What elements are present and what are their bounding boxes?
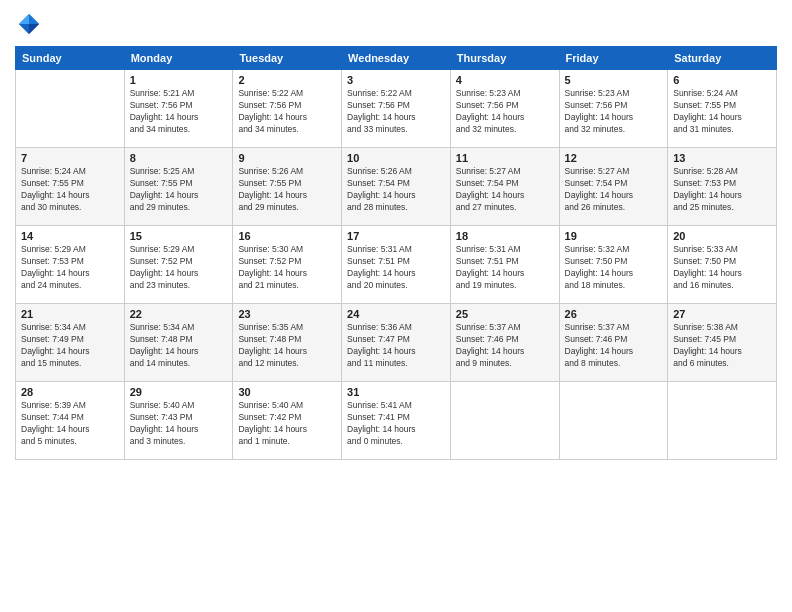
day-number: 24 [347, 308, 445, 320]
day-number: 30 [238, 386, 336, 398]
day-number: 13 [673, 152, 771, 164]
day-info: Sunrise: 5:39 AM Sunset: 7:44 PM Dayligh… [21, 400, 119, 448]
day-number: 21 [21, 308, 119, 320]
calendar-cell: 11Sunrise: 5:27 AM Sunset: 7:54 PM Dayli… [450, 148, 559, 226]
calendar-cell [16, 70, 125, 148]
calendar: SundayMondayTuesdayWednesdayThursdayFrid… [15, 46, 777, 460]
calendar-header-tuesday: Tuesday [233, 47, 342, 70]
day-info: Sunrise: 5:30 AM Sunset: 7:52 PM Dayligh… [238, 244, 336, 292]
day-info: Sunrise: 5:29 AM Sunset: 7:53 PM Dayligh… [21, 244, 119, 292]
calendar-cell: 17Sunrise: 5:31 AM Sunset: 7:51 PM Dayli… [342, 226, 451, 304]
calendar-week-4: 21Sunrise: 5:34 AM Sunset: 7:49 PM Dayli… [16, 304, 777, 382]
day-number: 14 [21, 230, 119, 242]
calendar-week-5: 28Sunrise: 5:39 AM Sunset: 7:44 PM Dayli… [16, 382, 777, 460]
day-number: 15 [130, 230, 228, 242]
day-number: 7 [21, 152, 119, 164]
calendar-cell: 7Sunrise: 5:24 AM Sunset: 7:55 PM Daylig… [16, 148, 125, 226]
day-number: 23 [238, 308, 336, 320]
day-info: Sunrise: 5:22 AM Sunset: 7:56 PM Dayligh… [238, 88, 336, 136]
calendar-cell [668, 382, 777, 460]
calendar-cell: 4Sunrise: 5:23 AM Sunset: 7:56 PM Daylig… [450, 70, 559, 148]
calendar-header-row: SundayMondayTuesdayWednesdayThursdayFrid… [16, 47, 777, 70]
calendar-cell: 22Sunrise: 5:34 AM Sunset: 7:48 PM Dayli… [124, 304, 233, 382]
day-number: 17 [347, 230, 445, 242]
calendar-cell: 15Sunrise: 5:29 AM Sunset: 7:52 PM Dayli… [124, 226, 233, 304]
day-number: 16 [238, 230, 336, 242]
day-info: Sunrise: 5:26 AM Sunset: 7:54 PM Dayligh… [347, 166, 445, 214]
day-number: 28 [21, 386, 119, 398]
day-info: Sunrise: 5:29 AM Sunset: 7:52 PM Dayligh… [130, 244, 228, 292]
day-info: Sunrise: 5:33 AM Sunset: 7:50 PM Dayligh… [673, 244, 771, 292]
day-number: 29 [130, 386, 228, 398]
calendar-cell: 18Sunrise: 5:31 AM Sunset: 7:51 PM Dayli… [450, 226, 559, 304]
calendar-week-1: 1Sunrise: 5:21 AM Sunset: 7:56 PM Daylig… [16, 70, 777, 148]
calendar-cell: 21Sunrise: 5:34 AM Sunset: 7:49 PM Dayli… [16, 304, 125, 382]
day-number: 10 [347, 152, 445, 164]
calendar-cell [559, 382, 668, 460]
calendar-cell: 31Sunrise: 5:41 AM Sunset: 7:41 PM Dayli… [342, 382, 451, 460]
svg-marker-2 [29, 24, 39, 34]
day-info: Sunrise: 5:36 AM Sunset: 7:47 PM Dayligh… [347, 322, 445, 370]
calendar-cell: 19Sunrise: 5:32 AM Sunset: 7:50 PM Dayli… [559, 226, 668, 304]
day-info: Sunrise: 5:27 AM Sunset: 7:54 PM Dayligh… [456, 166, 554, 214]
calendar-cell: 2Sunrise: 5:22 AM Sunset: 7:56 PM Daylig… [233, 70, 342, 148]
day-number: 3 [347, 74, 445, 86]
calendar-cell: 26Sunrise: 5:37 AM Sunset: 7:46 PM Dayli… [559, 304, 668, 382]
calendar-header-monday: Monday [124, 47, 233, 70]
calendar-cell: 27Sunrise: 5:38 AM Sunset: 7:45 PM Dayli… [668, 304, 777, 382]
day-info: Sunrise: 5:31 AM Sunset: 7:51 PM Dayligh… [347, 244, 445, 292]
day-number: 9 [238, 152, 336, 164]
day-info: Sunrise: 5:35 AM Sunset: 7:48 PM Dayligh… [238, 322, 336, 370]
calendar-week-3: 14Sunrise: 5:29 AM Sunset: 7:53 PM Dayli… [16, 226, 777, 304]
calendar-cell: 9Sunrise: 5:26 AM Sunset: 7:55 PM Daylig… [233, 148, 342, 226]
page: SundayMondayTuesdayWednesdayThursdayFrid… [0, 0, 792, 612]
calendar-cell: 8Sunrise: 5:25 AM Sunset: 7:55 PM Daylig… [124, 148, 233, 226]
day-number: 22 [130, 308, 228, 320]
calendar-header-thursday: Thursday [450, 47, 559, 70]
calendar-cell: 16Sunrise: 5:30 AM Sunset: 7:52 PM Dayli… [233, 226, 342, 304]
calendar-cell: 3Sunrise: 5:22 AM Sunset: 7:56 PM Daylig… [342, 70, 451, 148]
calendar-cell: 10Sunrise: 5:26 AM Sunset: 7:54 PM Dayli… [342, 148, 451, 226]
svg-marker-1 [29, 14, 39, 24]
calendar-cell [450, 382, 559, 460]
day-info: Sunrise: 5:23 AM Sunset: 7:56 PM Dayligh… [565, 88, 663, 136]
calendar-header-friday: Friday [559, 47, 668, 70]
svg-marker-4 [19, 14, 29, 24]
day-info: Sunrise: 5:38 AM Sunset: 7:45 PM Dayligh… [673, 322, 771, 370]
day-number: 18 [456, 230, 554, 242]
logo [15, 10, 47, 38]
calendar-header-saturday: Saturday [668, 47, 777, 70]
day-info: Sunrise: 5:21 AM Sunset: 7:56 PM Dayligh… [130, 88, 228, 136]
day-info: Sunrise: 5:34 AM Sunset: 7:49 PM Dayligh… [21, 322, 119, 370]
day-number: 20 [673, 230, 771, 242]
day-info: Sunrise: 5:31 AM Sunset: 7:51 PM Dayligh… [456, 244, 554, 292]
day-info: Sunrise: 5:37 AM Sunset: 7:46 PM Dayligh… [565, 322, 663, 370]
day-info: Sunrise: 5:24 AM Sunset: 7:55 PM Dayligh… [673, 88, 771, 136]
day-info: Sunrise: 5:34 AM Sunset: 7:48 PM Dayligh… [130, 322, 228, 370]
day-number: 2 [238, 74, 336, 86]
logo-icon [15, 10, 43, 38]
day-info: Sunrise: 5:32 AM Sunset: 7:50 PM Dayligh… [565, 244, 663, 292]
day-number: 25 [456, 308, 554, 320]
day-number: 4 [456, 74, 554, 86]
day-number: 27 [673, 308, 771, 320]
day-number: 31 [347, 386, 445, 398]
day-info: Sunrise: 5:28 AM Sunset: 7:53 PM Dayligh… [673, 166, 771, 214]
day-info: Sunrise: 5:23 AM Sunset: 7:56 PM Dayligh… [456, 88, 554, 136]
calendar-cell: 28Sunrise: 5:39 AM Sunset: 7:44 PM Dayli… [16, 382, 125, 460]
calendar-cell: 6Sunrise: 5:24 AM Sunset: 7:55 PM Daylig… [668, 70, 777, 148]
day-number: 1 [130, 74, 228, 86]
calendar-cell: 5Sunrise: 5:23 AM Sunset: 7:56 PM Daylig… [559, 70, 668, 148]
day-info: Sunrise: 5:41 AM Sunset: 7:41 PM Dayligh… [347, 400, 445, 448]
calendar-header-wednesday: Wednesday [342, 47, 451, 70]
day-info: Sunrise: 5:40 AM Sunset: 7:43 PM Dayligh… [130, 400, 228, 448]
day-number: 26 [565, 308, 663, 320]
calendar-cell: 30Sunrise: 5:40 AM Sunset: 7:42 PM Dayli… [233, 382, 342, 460]
calendar-cell: 24Sunrise: 5:36 AM Sunset: 7:47 PM Dayli… [342, 304, 451, 382]
calendar-cell: 1Sunrise: 5:21 AM Sunset: 7:56 PM Daylig… [124, 70, 233, 148]
day-number: 5 [565, 74, 663, 86]
day-info: Sunrise: 5:25 AM Sunset: 7:55 PM Dayligh… [130, 166, 228, 214]
calendar-cell: 14Sunrise: 5:29 AM Sunset: 7:53 PM Dayli… [16, 226, 125, 304]
day-number: 8 [130, 152, 228, 164]
day-info: Sunrise: 5:22 AM Sunset: 7:56 PM Dayligh… [347, 88, 445, 136]
